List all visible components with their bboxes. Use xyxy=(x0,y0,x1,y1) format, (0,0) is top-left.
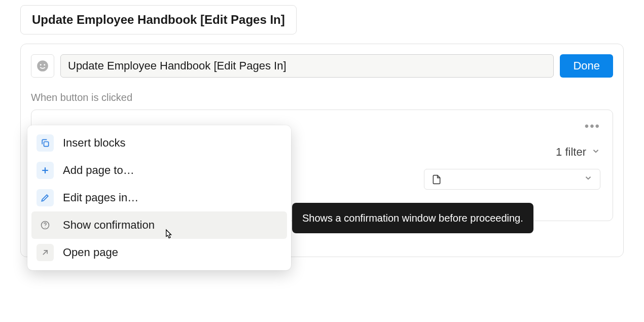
action-dropdown-menu: Insert blocks Add page to… Edit pages in… xyxy=(27,125,291,270)
svg-rect-3 xyxy=(44,142,49,147)
svg-point-2 xyxy=(44,64,45,65)
menu-item-add-page-to[interactable]: Add page to… xyxy=(31,157,287,184)
menu-item-open-page[interactable]: Open page xyxy=(31,239,287,266)
svg-point-7 xyxy=(45,227,45,228)
chevron-down-icon xyxy=(584,173,593,185)
menu-item-insert-blocks[interactable]: Insert blocks xyxy=(31,129,287,157)
filter-button[interactable]: 1 filter xyxy=(556,146,600,159)
menu-item-show-confirmation[interactable]: Show confirmation xyxy=(31,211,287,239)
more-options-icon[interactable]: ••• xyxy=(585,119,600,133)
svg-point-1 xyxy=(40,64,42,65)
emoji-picker-button[interactable] xyxy=(31,54,54,78)
chevron-down-icon xyxy=(591,146,600,159)
title-bar: Update Employee Handbook [Edit Pages In] xyxy=(20,5,297,34)
question-icon xyxy=(37,217,54,234)
menu-label: Add page to… xyxy=(63,164,134,177)
page-title: Update Employee Handbook [Edit Pages In] xyxy=(32,13,285,26)
section-label: When button is clicked xyxy=(31,92,613,103)
header-row: Done xyxy=(31,54,613,78)
tooltip: Shows a confirmation window before proce… xyxy=(292,203,533,233)
done-button[interactable]: Done xyxy=(560,54,613,78)
edit-icon xyxy=(37,189,54,206)
page-selection-pill[interactable] xyxy=(424,169,600,190)
menu-label: Insert blocks xyxy=(63,136,126,150)
file-icon xyxy=(432,174,442,185)
svg-line-8 xyxy=(43,251,47,255)
smiley-icon xyxy=(36,59,49,73)
menu-label: Open page xyxy=(63,246,118,259)
arrow-up-right-icon xyxy=(37,244,54,261)
svg-point-0 xyxy=(37,60,48,71)
menu-item-edit-pages-in[interactable]: Edit pages in… xyxy=(31,184,287,211)
plus-icon xyxy=(37,162,54,179)
automation-name-input[interactable] xyxy=(60,54,554,78)
copy-icon xyxy=(37,134,54,152)
menu-label: Edit pages in… xyxy=(63,191,138,204)
menu-label: Show confirmation xyxy=(63,219,155,232)
filter-label: 1 filter xyxy=(556,146,586,159)
tooltip-text: Shows a confirmation window before proce… xyxy=(302,212,523,224)
